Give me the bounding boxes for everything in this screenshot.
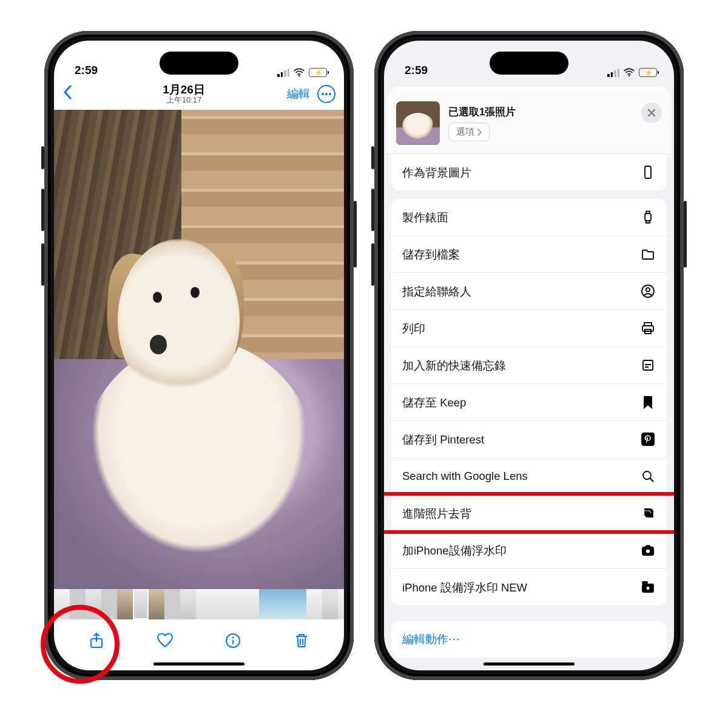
edit-actions-button[interactable]: 編輯動作⋯ <box>391 621 667 657</box>
photo-time: 上午10:17 <box>81 96 287 105</box>
stack-icon <box>640 505 656 521</box>
svg-rect-22 <box>642 582 647 584</box>
home-indicator[interactable] <box>153 662 244 666</box>
action-row[interactable]: 加iPhone設備浮水印 <box>391 531 667 568</box>
battery-icon: ⚡ <box>309 68 327 77</box>
action-label: 加iPhone設備浮水印 <box>402 543 640 558</box>
bookmark-icon <box>640 394 656 410</box>
favorite-button[interactable] <box>150 628 180 653</box>
action-label: 加入新的快速備忘錄 <box>402 358 640 373</box>
svg-point-7 <box>629 75 630 76</box>
share-sheet-header: 已選取1張照片 選項 <box>386 93 672 154</box>
share-actions-scroll[interactable]: 作為背景圖片 製作錶面儲存到檔案指定給聯絡人列印加入新的快速備忘錄儲存至 Kee… <box>384 154 674 658</box>
thumbnail-strip[interactable] <box>54 589 344 619</box>
status-time: 2:59 <box>405 64 459 77</box>
pinterest-icon <box>640 431 656 447</box>
more-menu-button[interactable] <box>317 85 335 103</box>
svg-point-2 <box>325 93 328 95</box>
svg-rect-16 <box>642 433 654 445</box>
phone-right: 2:59 ⚡ 已選取1張照片 <box>374 31 684 680</box>
delete-button[interactable] <box>287 628 316 653</box>
action-row[interactable]: 儲存到檔案 <box>391 235 667 272</box>
svg-point-21 <box>646 586 650 590</box>
magnify-icon <box>640 468 656 484</box>
action-row[interactable]: 製作錶面 <box>391 199 667 235</box>
action-label: 進階照片去背 <box>402 506 640 521</box>
svg-rect-9 <box>645 214 651 221</box>
printer-icon <box>640 320 656 336</box>
action-label: 製作錶面 <box>402 210 640 225</box>
watch-icon <box>640 209 656 225</box>
action-label: 儲存到 Pinterest <box>402 432 640 447</box>
action-row[interactable]: 儲存至 Keep <box>391 383 667 420</box>
action-label: iPhone 設備浮水印 NEW <box>402 580 640 595</box>
svg-rect-15 <box>643 360 653 370</box>
action-row[interactable]: Search with Google Lens <box>391 457 667 494</box>
svg-point-3 <box>329 93 331 95</box>
status-time: 2:59 <box>75 64 129 77</box>
action-label: 列印 <box>402 321 640 336</box>
note-icon <box>640 357 656 373</box>
action-group-edit: 編輯動作⋯ <box>391 621 667 657</box>
share-sheet-title: 已選取1張照片 <box>448 105 662 119</box>
photo-nav-bar: 1月26日 上午10:17 編輯 <box>54 78 344 110</box>
share-button[interactable] <box>82 628 111 653</box>
phone-outline-icon <box>640 164 656 180</box>
svg-point-19 <box>645 549 650 554</box>
action-row[interactable]: 進階照片去背 <box>391 494 667 531</box>
photo-date: 1月26日 <box>81 83 287 96</box>
close-button[interactable] <box>641 103 662 123</box>
action-row[interactable]: 加入新的快速備忘錄 <box>391 346 667 383</box>
chevron-right-icon <box>477 129 482 136</box>
svg-point-11 <box>646 288 650 291</box>
battery-icon: ⚡ <box>639 68 657 77</box>
dynamic-island <box>490 52 568 75</box>
svg-point-6 <box>232 637 234 639</box>
action-row[interactable]: 指定給聯絡人 <box>391 272 667 309</box>
action-group-main: 製作錶面儲存到檔案指定給聯絡人列印加入新的快速備忘錄儲存至 Keep儲存到 Pi… <box>391 199 667 605</box>
action-use-as-wallpaper[interactable]: 作為背景圖片 <box>391 154 667 190</box>
share-options-button[interactable]: 選項 <box>448 123 490 141</box>
svg-rect-8 <box>645 166 651 178</box>
phone-left: 2:59 ⚡ 1月26日 上午10:17 編輯 <box>44 31 354 680</box>
wifi-icon <box>293 68 305 77</box>
svg-point-17 <box>643 471 651 479</box>
action-label: 儲存到檔案 <box>402 247 640 262</box>
action-row[interactable]: iPhone 設備浮水印 NEW <box>391 568 667 605</box>
share-thumbnail <box>396 101 440 145</box>
camera-badge-icon <box>640 579 656 595</box>
share-options-label: 選項 <box>456 126 474 138</box>
folder-icon <box>640 246 656 262</box>
home-indicator[interactable] <box>484 662 575 666</box>
action-label: Search with Google Lens <box>402 470 640 483</box>
svg-point-1 <box>322 93 324 95</box>
action-label: 儲存至 Keep <box>402 395 640 410</box>
cellular-signal-icon <box>277 69 289 77</box>
action-label: 指定給聯絡人 <box>402 284 640 299</box>
svg-rect-13 <box>642 326 653 331</box>
photo-toolbar <box>54 619 344 662</box>
photo-viewer[interactable] <box>54 110 344 589</box>
cellular-signal-icon <box>607 69 619 77</box>
dynamic-island <box>160 52 238 75</box>
camera-icon <box>640 542 656 558</box>
wifi-icon <box>623 68 635 77</box>
info-button[interactable] <box>218 628 248 653</box>
person-circle-icon <box>640 283 656 299</box>
action-row[interactable]: 儲存到 Pinterest <box>391 420 667 457</box>
action-group-top: 作為背景圖片 <box>391 154 667 190</box>
back-button[interactable] <box>62 84 81 104</box>
svg-point-0 <box>298 75 300 76</box>
edit-button[interactable]: 編輯 <box>287 86 310 102</box>
action-row[interactable]: 列印 <box>391 309 667 346</box>
